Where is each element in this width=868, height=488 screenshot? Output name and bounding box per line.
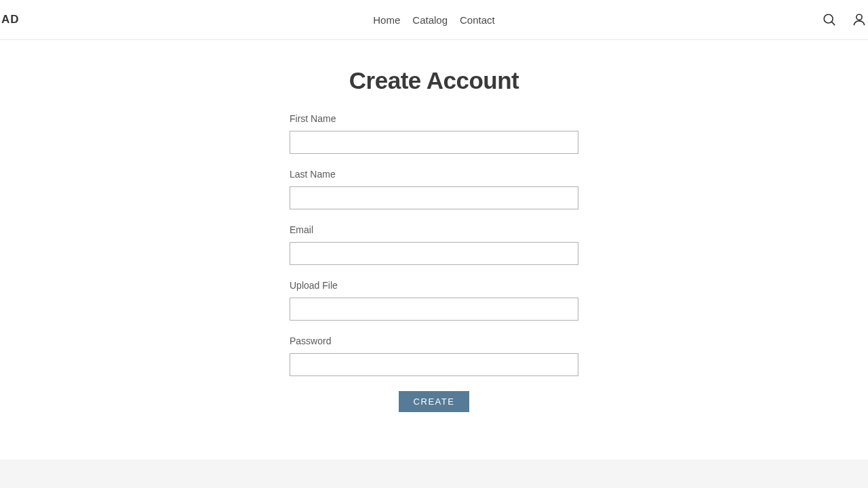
form-group-password: Password: [290, 336, 578, 376]
last-name-input[interactable]: [290, 186, 578, 209]
nav-contact[interactable]: Contact: [460, 14, 495, 26]
upload-file-label: Upload File: [290, 280, 578, 291]
svg-point-0: [824, 14, 833, 23]
svg-point-2: [856, 14, 862, 20]
header-actions: [822, 12, 868, 27]
form-group-upload: Upload File: [290, 280, 578, 321]
nav-catalog[interactable]: Catalog: [412, 14, 448, 26]
first-name-label: First Name: [290, 113, 578, 124]
upload-file-input[interactable]: [290, 298, 578, 321]
main-content: Create Account First Name Last Name Emai…: [290, 40, 578, 460]
form-group-first-name: First Name: [290, 113, 578, 154]
password-label: Password: [290, 336, 578, 346]
account-button[interactable]: [852, 12, 867, 27]
search-icon: [822, 12, 837, 27]
email-input[interactable]: [290, 242, 578, 265]
site-logo[interactable]: AD: [0, 13, 20, 26]
password-input[interactable]: [290, 353, 578, 376]
form-group-last-name: Last Name: [290, 169, 578, 209]
site-footer: Quick links Search Talk about your busin…: [0, 460, 868, 488]
first-name-input[interactable]: [290, 131, 578, 154]
submit-wrap: CREATE: [290, 391, 578, 412]
nav-home[interactable]: Home: [373, 14, 400, 26]
form-group-email: Email: [290, 224, 578, 265]
search-button[interactable]: [822, 12, 837, 27]
page-title: Create Account: [290, 67, 578, 94]
user-icon: [852, 12, 867, 27]
main-nav: Home Catalog Contact: [373, 14, 494, 26]
email-label: Email: [290, 224, 578, 235]
last-name-label: Last Name: [290, 169, 578, 180]
site-header: AD Home Catalog Contact: [0, 0, 868, 40]
svg-line-1: [831, 22, 835, 25]
create-button[interactable]: CREATE: [399, 391, 470, 412]
create-account-form: First Name Last Name Email Upload File P…: [290, 113, 578, 412]
